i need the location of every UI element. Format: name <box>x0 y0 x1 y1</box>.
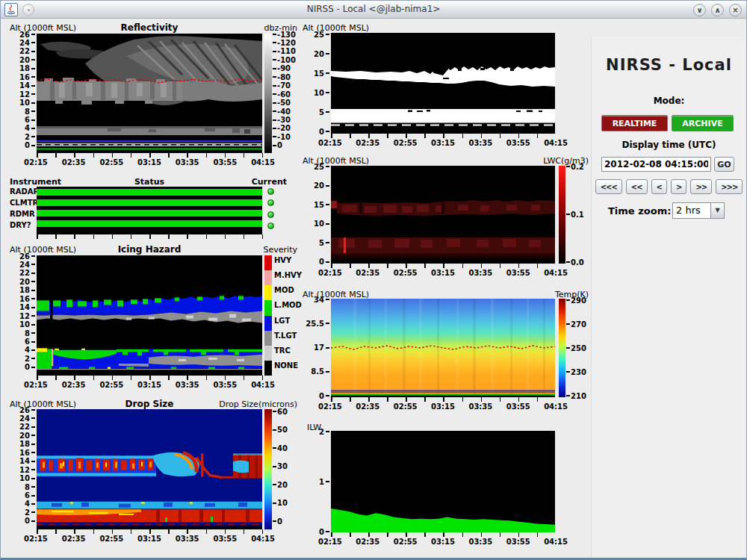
lwc-x-labels: 02:1502:3502:5503:1503:3503:5504:15 <box>318 269 568 277</box>
chevron-down-icon[interactable]: ▼ <box>711 202 725 219</box>
colorbar-tick: -50 <box>273 99 296 107</box>
ilw-x-ticks <box>331 532 556 537</box>
y-tick: 16 <box>8 449 35 456</box>
time-step-button[interactable]: <<< <box>595 179 622 194</box>
time-step-button[interactable]: << <box>626 179 648 194</box>
time-zoom-dropdown[interactable]: 2 hrs ▼ <box>672 202 725 219</box>
y-tick: 16 <box>8 73 35 81</box>
severity-swatch <box>264 316 272 331</box>
y-tick: 0 <box>303 258 329 266</box>
time-step-button[interactable]: > <box>671 179 686 194</box>
colorbar-tick: 0 <box>273 142 296 149</box>
colorbar-tick: 270 <box>566 320 586 328</box>
y-tick: 26 <box>8 406 35 414</box>
severity-swatch <box>264 331 272 346</box>
severity-colorbar-label: Severity <box>247 245 297 255</box>
x-tick-label: 04:15 <box>544 139 568 147</box>
minimize-button[interactable]: ∨ <box>693 4 706 16</box>
colorbar-tick: -20 <box>273 125 296 132</box>
status-led-icon <box>267 223 274 229</box>
close-button[interactable]: × <box>729 4 742 16</box>
y-tick: 0 <box>303 128 329 135</box>
reflectivity-colorbar-ticks: -130-120-110-100-90-80-70-60-50-40-30-20… <box>273 31 296 149</box>
y-tick: 14 <box>8 458 35 465</box>
temp-colorbar <box>559 299 565 397</box>
instrument-label: RADAR <box>10 188 39 196</box>
colorbar-tick: 20 <box>273 481 288 488</box>
y-tick: 17 <box>300 344 329 352</box>
x-tick-label: 03:35 <box>176 381 199 389</box>
x-tick-label: 02:55 <box>99 535 123 543</box>
y-tick: 20 <box>8 56 35 63</box>
y-tick: 10 <box>8 99 35 107</box>
x-tick-label: 03:35 <box>468 402 492 411</box>
x-tick-label: 02:15 <box>318 538 342 546</box>
reflectivity-title: Reflectivity <box>37 22 262 33</box>
dropsize-plot <box>37 409 262 529</box>
y-tick: 22 <box>8 48 35 55</box>
dropsize-colorbar-ticks: 6050403020100 <box>273 408 288 525</box>
temp-plot <box>331 299 555 397</box>
time-nav-buttons: <<<<<<>>>>>> <box>592 179 746 194</box>
colorbar-tick: -40 <box>273 108 296 115</box>
x-tick-label: 03:55 <box>213 158 237 167</box>
mode-label: Mode: <box>592 96 746 106</box>
y-tick: 4 <box>8 500 35 508</box>
realtime-button[interactable]: REALTIME <box>601 115 668 131</box>
dropsize-y-ticks: 26242220181614121086420 <box>8 406 35 525</box>
y-tick: 12 <box>8 312 35 320</box>
colorbar-tick: -10 <box>273 133 296 140</box>
severity-swatch <box>264 346 272 361</box>
severity-swatch <box>264 300 272 315</box>
x-tick-label: 03:15 <box>431 139 455 147</box>
ilw-y-ticks: 210 <box>303 428 329 535</box>
x-tick-label: 04:15 <box>251 381 275 389</box>
y-tick: 6 <box>8 116 35 124</box>
y-tick: 20 <box>8 278 35 285</box>
x-tick-label: 04:15 <box>251 158 275 167</box>
lwc-colorbar <box>559 166 565 264</box>
colorbar-tick: -110 <box>273 48 296 55</box>
y-tick: 20 <box>8 432 35 439</box>
colorbar-tick: 290 <box>566 296 586 304</box>
colorbar-tick: 60 <box>273 408 288 415</box>
x-tick-label: 02:35 <box>62 158 86 167</box>
colorbar-tick: 0 <box>273 517 288 525</box>
y-tick: 15 <box>303 201 329 208</box>
severity-legend: HVY M.HVY MOD L.MOD LGT T.LGT TRC <box>264 255 302 376</box>
x-tick-label: 02:15 <box>24 381 48 389</box>
y-tick: 8 <box>8 483 35 491</box>
severity-level: TRC <box>264 346 302 361</box>
display-time-input[interactable] <box>601 157 711 172</box>
y-tick: 24 <box>8 39 35 46</box>
colorbar-tick: -80 <box>273 73 296 81</box>
x-tick-label: 02:55 <box>99 158 123 167</box>
maximize-button[interactable]: ∧ <box>711 4 724 16</box>
status-row-labels: RADARCLMTRRDMRDRY? <box>10 188 39 229</box>
time-zoom-value[interactable]: 2 hrs <box>672 202 711 219</box>
time-step-button[interactable]: >>> <box>716 179 743 194</box>
dropsize-colorbar <box>264 409 272 529</box>
temp-colorbar-ticks: 290270250230210 <box>566 296 586 399</box>
title-bar[interactable]: NIRSS - Local <@jlab-nima1> ∨ ∧ × <box>1 1 746 19</box>
status-bar <box>37 199 262 206</box>
y-tick: 4 <box>8 346 35 354</box>
time-step-button[interactable]: < <box>651 179 667 194</box>
severity-swatch <box>264 270 272 285</box>
severity-label: L.MOD <box>274 301 302 309</box>
colorbar-tick: 40 <box>273 444 288 452</box>
colorbar-tick: 250 <box>566 344 586 352</box>
x-tick-label: 02:35 <box>356 402 379 411</box>
archive-button[interactable]: ARCHIVE <box>672 115 734 131</box>
cloud-x-labels: 02:1502:3502:5503:1503:3503:5504:15 <box>318 139 568 147</box>
y-tick: 4 <box>8 125 35 132</box>
severity-label: T.LGT <box>274 332 297 340</box>
severity-swatch <box>264 285 272 300</box>
colorbar-tick: -130 <box>273 31 296 38</box>
x-tick-label: 03:35 <box>176 535 199 543</box>
colorbar-tick: 0.0 <box>566 258 584 266</box>
status-led-icon <box>267 188 274 195</box>
time-step-button[interactable]: >> <box>690 179 712 194</box>
go-button[interactable]: GO <box>714 157 734 172</box>
x-tick-label: 03:15 <box>431 269 455 277</box>
